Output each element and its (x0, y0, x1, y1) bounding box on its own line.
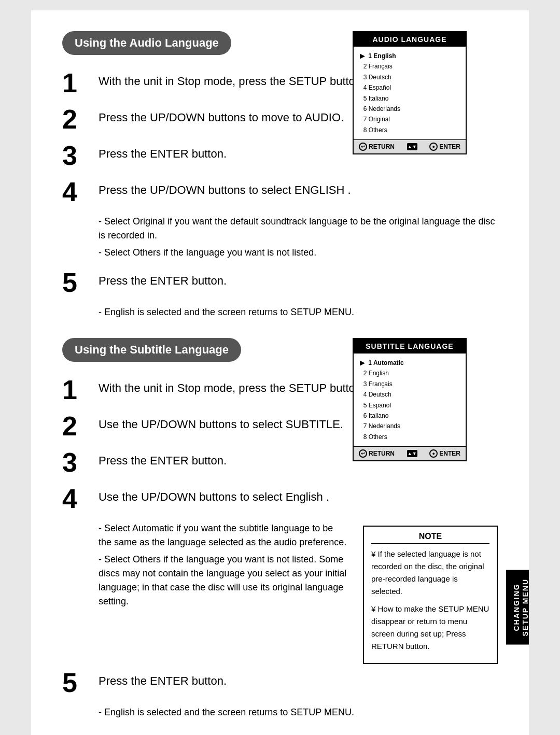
audio-step-5: 5 Press the ENTER button. (62, 269, 498, 296)
step-num: 2 (62, 106, 89, 133)
sub-note-4a: - Select Automatic if you want the subti… (99, 521, 347, 549)
step-num: 1 (62, 376, 89, 403)
nav-icon: ▲▼ (407, 143, 417, 150)
sub-item-8: 8 Others (360, 432, 459, 442)
enter-icon: ● (429, 143, 438, 151)
step-text: Use the UP/DOWN buttons to select Englis… (99, 485, 329, 505)
audio-note-4b: - Select Others if the language you want… (99, 246, 498, 260)
step-text: With the unit in Stop mode, press the SE… (99, 376, 365, 397)
subtitle-notes-4: - Select Automatic if you want the subti… (99, 521, 347, 609)
step-text: Press the UP/DOWN buttons to move to AUD… (99, 106, 344, 126)
sub-item-6: 6 Italiano (360, 411, 459, 421)
audio-note-5: - English is selected and the screen ret… (99, 305, 498, 319)
sub-item-1: ▶ 1 Automatic (360, 358, 459, 368)
enter-label: ENTER (439, 143, 460, 150)
audio-item-7: 7 Original (360, 114, 459, 124)
subtitle-screen: SUBTITLE LANGUAGE ▶ 1 Automatic 2 Englis… (353, 338, 467, 461)
audio-screen-title: AUDIO LANGUAGE (354, 32, 466, 47)
audio-item-6: 6 Nederlands (360, 104, 459, 114)
audio-screen-footer: ↩ RETURN ▲▼ ● ENTER (354, 139, 466, 153)
sub-return-icon: ↩ (359, 449, 367, 458)
sub-enter-label: ENTER (439, 450, 460, 457)
audio-section-header: Using the Audio Language (62, 31, 231, 55)
sub-return-btn: ↩ RETURN (359, 449, 395, 458)
sub-item-3: 3 Français (360, 379, 459, 389)
side-tab: CHANGINGSETUP MENU (506, 570, 529, 645)
audio-section: Using the Audio Language AUDIO LANGUAGE … (62, 31, 498, 319)
audio-item-1: ▶ 1 English (360, 51, 459, 61)
sub-enter-icon: ● (429, 449, 438, 458)
step-num: 3 (62, 142, 89, 169)
page: Using the Audio Language AUDIO LANGUAGE … (31, 10, 529, 735)
return-btn: ↩ RETURN (359, 143, 395, 151)
note-title: NOTE (371, 532, 489, 544)
subtitle-screen-title: SUBTITLE LANGUAGE (354, 339, 466, 354)
sub-item-4: 4 Deutsch (360, 389, 459, 400)
step-text: With the unit in Stop mode, press the SE… (99, 69, 365, 90)
sub-note-4b: - Select Others if the language you want… (99, 553, 347, 609)
note-item-1: ¥ If the selected language is not record… (371, 548, 489, 598)
audio-notes-5: - English is selected and the screen ret… (99, 305, 498, 319)
step-text: Press the ENTER button. (99, 669, 227, 689)
return-icon: ↩ (359, 143, 367, 151)
step-text: Press the UP/DOWN buttons to select ENGL… (99, 178, 351, 199)
subtitle-step-5: 5 Press the ENTER button. (62, 669, 498, 696)
audio-note-4a: - Select Original if you want the defaul… (99, 215, 498, 243)
nav-btn: ▲▼ (407, 143, 417, 150)
return-label: RETURN (369, 143, 395, 150)
step-num: 3 (62, 449, 89, 476)
note-text-2: ¥ How to make the SETUP MENU disappear o… (371, 603, 489, 653)
note-item-2: ¥ How to make the SETUP MENU disappear o… (371, 603, 489, 653)
step-text: Press the ENTER button. (99, 142, 227, 162)
subtitle-screen-body: ▶ 1 Automatic 2 English 3 Français 4 Deu… (354, 354, 466, 446)
audio-item-8: 8 Others (360, 125, 459, 135)
note-text-1: ¥ If the selected language is not record… (371, 548, 489, 598)
step-text: Press the ENTER button. (99, 449, 227, 469)
sub-note-5: - English is selected and the screen ret… (99, 705, 498, 719)
step-num: 4 (62, 485, 89, 512)
audio-step-4: 4 Press the UP/DOWN buttons to select EN… (62, 178, 498, 205)
sub-enter-btn: ● ENTER (429, 449, 460, 458)
audio-item-3: 3 Deutsch (360, 72, 459, 82)
step-num: 2 (62, 413, 89, 440)
step-text: Press the ENTER button. (99, 269, 227, 289)
sub-return-label: RETURN (369, 450, 395, 457)
step-num: 5 (62, 669, 89, 696)
subtitle-notes-5: - English is selected and the screen ret… (99, 705, 498, 719)
audio-item-2: 2 Français (360, 61, 459, 72)
audio-screen-body: ▶ 1 English 2 Français 3 Deutsch 4 Españ… (354, 47, 466, 139)
step-num: 1 (62, 69, 89, 96)
subtitle-notes-area: - Select Automatic if you want the subti… (62, 521, 347, 664)
step-text: Use the UP/DOWN buttons to select SUBTIT… (99, 413, 343, 433)
step-num: 5 (62, 269, 89, 296)
audio-item-4: 4 Español (360, 82, 459, 93)
enter-btn: ● ENTER (429, 143, 460, 151)
sub-nav-btn: ▲▼ (407, 450, 417, 457)
subtitle-screen-footer: ↩ RETURN ▲▼ ● ENTER (354, 446, 466, 460)
audio-notes-4: - Select Original if you want the defaul… (99, 215, 498, 260)
note-box-area: NOTE ¥ If the selected language is not r… (363, 521, 498, 664)
sub-item-5: 5 Español (360, 400, 459, 411)
subtitle-section: Using the Subtitle Language SUBTITLE LAN… (62, 338, 498, 719)
subtitle-step-4: 4 Use the UP/DOWN buttons to select Engl… (62, 485, 498, 512)
note-box: NOTE ¥ If the selected language is not r… (363, 526, 498, 664)
audio-screen: AUDIO LANGUAGE ▶ 1 English 2 Français 3 … (353, 31, 467, 154)
step-num: 4 (62, 178, 89, 205)
sub-item-7: 7 Nederlands (360, 421, 459, 431)
sub-item-2: 2 English (360, 368, 459, 378)
sub-nav-icon: ▲▼ (407, 450, 417, 457)
audio-item-5: 5 Italiano (360, 93, 459, 104)
subtitle-section-header: Using the Subtitle Language (62, 338, 241, 362)
